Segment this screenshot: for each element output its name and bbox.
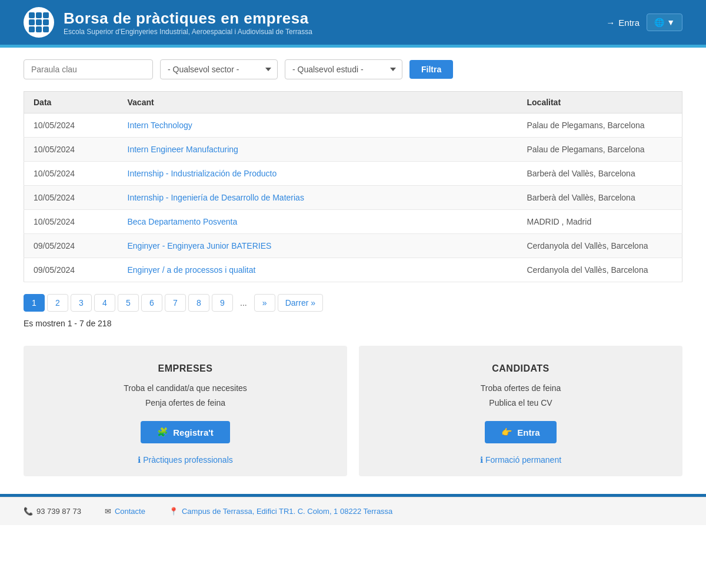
phone-icon: 📞 xyxy=(24,507,33,516)
globe-icon: 🌐 xyxy=(654,18,664,27)
login-button[interactable]: → Entra xyxy=(606,18,640,28)
table-header-row: Data Vacant Localitat xyxy=(24,92,682,113)
results-count: Es mostren 1 - 7 de 218 xyxy=(0,316,706,340)
table-row: 10/05/2024 Intern Technology Palau de Pl… xyxy=(24,113,682,138)
table-row: 09/05/2024 Enginyer / a de processos i q… xyxy=(24,258,682,282)
entra-card-label: Entra xyxy=(517,427,540,437)
vacant-link[interactable]: Enginyer / a de processos i qualitat xyxy=(128,265,256,275)
cell-vacant: Beca Departamento Posventa xyxy=(118,210,518,234)
vacants-table-container: Data Vacant Localitat 10/05/2024 Intern … xyxy=(0,91,706,282)
practiques-label: Pràctiques professionals xyxy=(143,455,233,465)
keyword-input[interactable] xyxy=(24,59,153,79)
table-row: 10/05/2024 Intern Engineer Manufacturing… xyxy=(24,138,682,162)
cell-vacant: Intern Engineer Manufacturing xyxy=(118,138,518,162)
cell-date: 09/05/2024 xyxy=(24,258,118,282)
filter-button[interactable]: Filtra xyxy=(409,60,453,79)
vacant-link[interactable]: Enginyer - Enginyera Junior BATERIES xyxy=(128,241,272,250)
cell-date: 10/05/2024 xyxy=(24,210,118,234)
page-7-button[interactable]: 7 xyxy=(165,294,186,312)
vacants-table: Data Vacant Localitat 10/05/2024 Intern … xyxy=(24,91,682,282)
candidats-title: CANDIDATS xyxy=(371,363,671,374)
footer-address: 📍 Campus de Terrassa, Edifici TR1. C. Co… xyxy=(169,507,392,516)
header-left: Borsa de pràctiques en empresa Escola Su… xyxy=(24,7,312,38)
chevron-down-icon: ▼ xyxy=(667,18,675,27)
mail-icon: ✉ xyxy=(105,507,111,516)
info-icon-empreses: ℹ xyxy=(138,455,141,465)
site-subtitle: Escola Superior d'Enginyeries Industrial… xyxy=(64,28,312,36)
cell-date: 10/05/2024 xyxy=(24,138,118,162)
cell-location: Barberà del Vallès, Barcelona xyxy=(518,186,682,210)
study-select[interactable]: - Qualsevol estudi - xyxy=(285,59,402,79)
table-row: 10/05/2024 Internship - Industrializació… xyxy=(24,162,682,186)
cell-location: Palau de Plegamans, Barcelona xyxy=(518,113,682,138)
vacant-link[interactable]: Intern Technology xyxy=(128,121,192,130)
col-header-location: Localitat xyxy=(518,92,682,113)
cell-vacant: Internship - Industrialización de Produc… xyxy=(118,162,518,186)
next-button[interactable]: » xyxy=(254,294,275,312)
vacant-link[interactable]: Internship - Industrialización de Produc… xyxy=(128,169,277,178)
cell-vacant: Intern Technology xyxy=(118,113,518,138)
col-header-date: Data xyxy=(24,92,118,113)
cards-section: EMPRESES Troba el candidat/a que necesit… xyxy=(0,340,706,494)
info-icon-candidats: ℹ xyxy=(480,455,483,465)
formacio-link[interactable]: ℹ Formació permanent xyxy=(371,455,671,465)
candidats-card: CANDIDATS Troba ofertes de feina Publica… xyxy=(359,346,682,476)
puzzle-icon: 🧩 xyxy=(157,427,168,437)
vacant-link[interactable]: Internship - Ingeniería de Desarrollo de… xyxy=(128,193,304,202)
cell-location: Cerdanyola del Vallès, Barcelona xyxy=(518,258,682,282)
page-3-button[interactable]: 3 xyxy=(71,294,92,312)
header-title: Borsa de pràctiques en empresa Escola Su… xyxy=(64,9,312,36)
cell-location: MADRID , Madrid xyxy=(518,210,682,234)
login-label: Entra xyxy=(618,18,640,28)
page-8-button[interactable]: 8 xyxy=(188,294,209,312)
cell-date: 10/05/2024 xyxy=(24,162,118,186)
contact-link[interactable]: Contacte xyxy=(115,507,145,516)
footer-phone: 📞 93 739 87 73 xyxy=(24,507,81,516)
page-6-button[interactable]: 6 xyxy=(141,294,162,312)
page-4-button[interactable]: 4 xyxy=(94,294,115,312)
page-5-button[interactable]: 5 xyxy=(118,294,139,312)
arrow-in-icon: → xyxy=(606,18,615,28)
entra-card-button[interactable]: 👉 Entra xyxy=(485,421,556,443)
cell-date: 10/05/2024 xyxy=(24,186,118,210)
cell-vacant: Enginyer / a de processos i qualitat xyxy=(118,258,518,282)
page-2-button[interactable]: 2 xyxy=(47,294,68,312)
hand-icon: 👉 xyxy=(501,427,512,437)
col-header-vacant: Vacant xyxy=(118,92,518,113)
address-link[interactable]: Campus de Terrassa, Edifici TR1. C. Colo… xyxy=(182,507,392,516)
vacant-link[interactable]: Beca Departamento Posventa xyxy=(128,217,238,226)
language-button[interactable]: 🌐 ▼ xyxy=(647,14,682,31)
empreses-line1: Troba el candidat/a que necesites xyxy=(35,382,335,395)
last-button[interactable]: Darrer » xyxy=(278,294,323,312)
practiques-link[interactable]: ℹ Pràctiques professionals xyxy=(35,455,335,465)
candidats-line1: Troba ofertes de feina xyxy=(371,382,671,395)
footer: 📞 93 739 87 73 ✉ Contacte 📍 Campus de Te… xyxy=(0,497,706,525)
cell-date: 09/05/2024 xyxy=(24,234,118,258)
cell-location: Palau de Plegamans, Barcelona xyxy=(518,138,682,162)
phone-number: 93 739 87 73 xyxy=(36,507,81,516)
pagination: 1 2 3 4 5 6 7 8 9 ... » Darrer » xyxy=(0,282,706,316)
sector-select[interactable]: - Qualsevol sector - xyxy=(160,59,278,79)
empreses-card: EMPRESES Troba el candidat/a que necesit… xyxy=(24,346,347,476)
vacant-link[interactable]: Intern Engineer Manufacturing xyxy=(128,145,238,154)
logo xyxy=(24,7,54,38)
cell-location: Barberà del Vallès, Barcelona xyxy=(518,162,682,186)
page-1-button[interactable]: 1 xyxy=(24,294,45,312)
table-row: 09/05/2024 Enginyer - Enginyera Junior B… xyxy=(24,234,682,258)
empreses-line2: Penja ofertes de feina xyxy=(35,397,335,409)
candidats-line2: Publica el teu CV xyxy=(371,397,671,409)
search-bar: - Qualsevol sector - - Qualsevol estudi … xyxy=(0,48,706,91)
registrat-button[interactable]: 🧩 Registra't xyxy=(141,421,230,443)
pin-icon: 📍 xyxy=(169,507,178,516)
cell-vacant: Enginyer - Enginyera Junior BATERIES xyxy=(118,234,518,258)
cell-location: Cerdanyola del Vallès, Barcelona xyxy=(518,234,682,258)
registrat-label: Registra't xyxy=(173,427,214,437)
site-title: Borsa de pràctiques en empresa xyxy=(64,9,312,28)
table-row: 10/05/2024 Beca Departamento Posventa MA… xyxy=(24,210,682,234)
header: Borsa de pràctiques en empresa Escola Su… xyxy=(0,0,706,45)
page-9-button[interactable]: 9 xyxy=(212,294,233,312)
empreses-title: EMPRESES xyxy=(35,363,335,374)
table-row: 10/05/2024 Internship - Ingeniería de De… xyxy=(24,186,682,210)
logo-grid xyxy=(29,12,49,32)
formacio-label: Formació permanent xyxy=(485,455,561,465)
